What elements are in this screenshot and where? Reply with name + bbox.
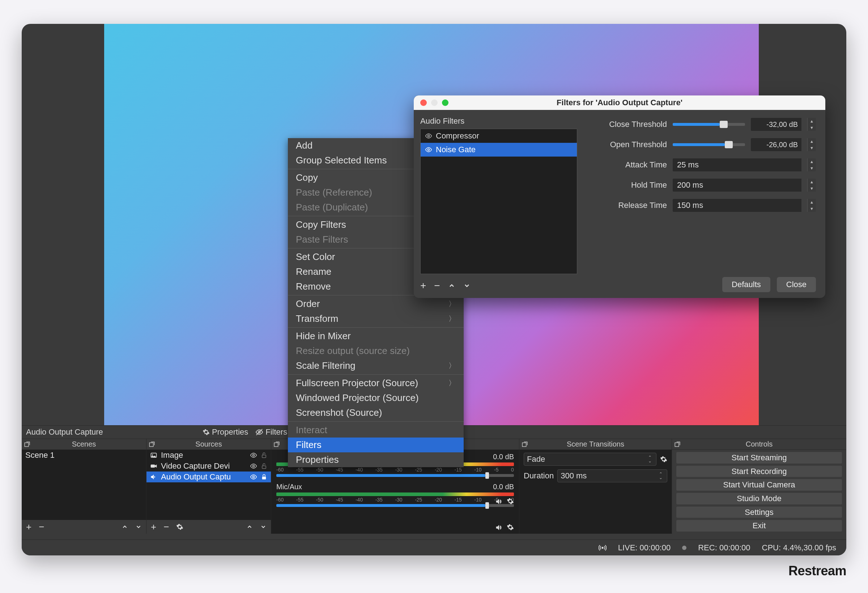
volume-slider[interactable] (276, 504, 514, 507)
slider[interactable] (673, 143, 745, 146)
filter-params: Close Threshold -32,00 dB ▲▼ Open Thresh… (584, 110, 825, 298)
speaker-icon[interactable] (495, 524, 503, 531)
down-icon[interactable]: ▼ (807, 205, 816, 212)
menu-item-hide-in-mixer[interactable]: Hide in Mixer (288, 329, 464, 344)
volume-slider[interactable] (276, 474, 514, 477)
remove-icon[interactable]: − (434, 280, 440, 291)
value-input[interactable]: -32,00 dB (751, 118, 802, 131)
menu-item-filters[interactable]: Filters (288, 438, 464, 452)
move-down-icon[interactable] (135, 524, 142, 530)
popout-icon[interactable] (24, 441, 30, 448)
visibility-icon[interactable] (250, 473, 257, 481)
menu-item-fullscreen-projector-source[interactable]: Fullscreen Projector (Source)〉 (288, 376, 464, 391)
dialog-body: Audio Filters CompressorNoise Gate + − C… (414, 110, 825, 298)
param-hold-time: Hold Time 200 ms ▲▼ (588, 178, 816, 192)
defaults-button[interactable]: Defaults (722, 277, 771, 292)
start-virtual-camera-button[interactable]: Start Virtual Camera (676, 479, 842, 491)
value-input[interactable]: 25 ms (673, 158, 802, 171)
visibility-icon[interactable] (425, 132, 432, 140)
transition-select[interactable]: Fade ⌃⌄ (524, 453, 657, 466)
source-item[interactable]: Image (146, 450, 271, 461)
gear-icon[interactable] (507, 524, 514, 531)
start-streaming-button[interactable]: Start Streaming (676, 452, 842, 463)
close-button[interactable]: Close (777, 277, 816, 292)
move-down-icon[interactable] (463, 282, 471, 289)
up-icon[interactable]: ▲ (807, 199, 816, 205)
move-up-icon[interactable] (448, 282, 455, 289)
stepper[interactable]: ▲▼ (807, 178, 816, 192)
visibility-icon[interactable] (250, 462, 257, 470)
visibility-icon[interactable] (425, 146, 432, 153)
filters-button[interactable]: Filters (255, 428, 287, 437)
up-icon[interactable]: ▲ (807, 178, 816, 185)
remove-icon[interactable]: − (164, 521, 169, 533)
up-icon[interactable]: ▲ (807, 138, 816, 145)
dialog-titlebar[interactable]: Filters for 'Audio Output Capture' (414, 96, 825, 110)
move-up-icon[interactable] (121, 524, 128, 530)
popout-icon[interactable] (273, 441, 280, 448)
cpu-status: CPU: 4.4%,30.00 fps (762, 543, 836, 553)
menu-item-order[interactable]: Order〉 (288, 296, 464, 311)
settings-button[interactable]: Settings (676, 507, 842, 518)
menu-item-screenshot-source[interactable]: Screenshot (Source) (288, 405, 464, 420)
sources-header: Sources (146, 439, 271, 450)
svg-rect-2 (25, 443, 28, 447)
filters-list[interactable]: CompressorNoise Gate (420, 129, 577, 274)
stepper[interactable]: ▲▼ (807, 118, 816, 131)
visibility-icon[interactable] (250, 451, 257, 459)
add-icon[interactable]: + (151, 521, 156, 533)
down-icon[interactable]: ▼ (807, 185, 816, 192)
up-icon[interactable]: ▲ (807, 118, 816, 124)
value-input[interactable]: 200 ms (673, 178, 802, 192)
svg-point-18 (428, 149, 430, 151)
duration-input[interactable]: 300 ms ⌃⌄ (557, 469, 667, 482)
start-recording-button[interactable]: Start Recording (676, 466, 842, 477)
move-down-icon[interactable] (260, 524, 267, 530)
down-icon[interactable]: ▼ (807, 145, 816, 151)
gear-icon[interactable] (176, 523, 183, 530)
channel-name: Mic/Aux (276, 483, 302, 491)
exit-button[interactable]: Exit (676, 520, 842, 531)
value-input[interactable]: -26,00 dB (751, 138, 802, 151)
move-up-icon[interactable] (246, 524, 253, 530)
menu-item-transform[interactable]: Transform〉 (288, 311, 464, 326)
source-item[interactable]: Audio Output Captu (146, 472, 271, 482)
properties-button[interactable]: Properties (202, 428, 248, 437)
stepper[interactable]: ▲▼ (807, 158, 816, 171)
lock-icon[interactable] (261, 463, 267, 469)
duration-value: 300 ms (561, 471, 587, 481)
menu-item-label: Screenshot (Source) (296, 407, 382, 418)
up-icon[interactable]: ▲ (807, 158, 816, 165)
menu-separator (288, 374, 464, 375)
down-icon[interactable]: ▼ (807, 165, 816, 171)
lock-icon[interactable] (261, 452, 267, 459)
add-icon[interactable]: + (420, 280, 426, 291)
filters-sidebar: Audio Filters CompressorNoise Gate + − (414, 110, 584, 298)
scene-item[interactable]: Scene 1 (22, 450, 146, 461)
lock-icon[interactable] (261, 474, 267, 480)
value-input[interactable]: 150 ms (673, 199, 802, 212)
sources-list[interactable]: Image Video Capture Devi Audio Output Ca… (146, 450, 271, 520)
remove-icon[interactable]: − (39, 521, 44, 533)
down-icon[interactable]: ▼ (807, 124, 816, 131)
menu-item-label: Resize output (source size) (296, 345, 410, 357)
scenes-list[interactable]: Scene 1 (22, 450, 146, 520)
popout-icon[interactable] (521, 441, 528, 448)
channel-level: 0.0 dB (493, 483, 514, 491)
stepper[interactable]: ▲▼ (807, 199, 816, 212)
filter-item[interactable]: Noise Gate (421, 143, 577, 156)
source-item[interactable]: Video Capture Devi (146, 461, 271, 472)
stepper[interactable]: ▲▼ (807, 138, 816, 151)
popout-icon[interactable] (149, 441, 155, 448)
slider[interactable] (673, 123, 745, 126)
menu-item-properties[interactable]: Properties (288, 452, 464, 467)
popout-icon[interactable] (674, 441, 681, 448)
gear-icon[interactable] (660, 456, 667, 463)
menu-item-windowed-projector-source[interactable]: Windowed Projector (Source) (288, 391, 464, 405)
filter-item[interactable]: Compressor (421, 129, 577, 143)
filters-list-title: Audio Filters (420, 117, 577, 126)
studio-mode-button[interactable]: Studio Mode (676, 493, 842, 504)
param-close-threshold: Close Threshold -32,00 dB ▲▼ (588, 118, 816, 131)
add-icon[interactable]: + (26, 521, 31, 533)
menu-item-scale-filtering[interactable]: Scale Filtering〉 (288, 358, 464, 373)
